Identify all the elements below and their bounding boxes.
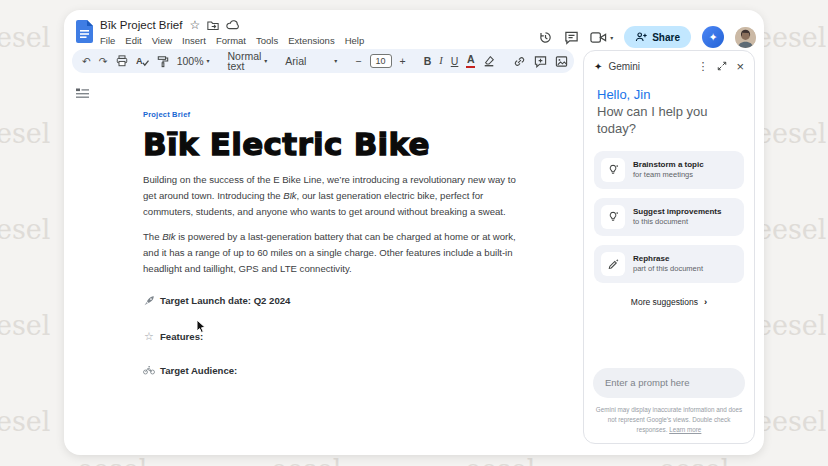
insert-image-icon[interactable]	[555, 55, 568, 68]
watermark-text: eesel	[0, 406, 50, 437]
more-suggestions-label: More suggestions	[631, 297, 698, 307]
section-audience-text: Target Audience:	[160, 365, 237, 376]
star-doc-icon[interactable]: ☆	[189, 19, 200, 31]
text-color-a: A	[467, 54, 475, 65]
section-launch-text: Target Launch date: Q2 2024	[160, 295, 290, 306]
watermark-text: eesel	[0, 214, 50, 245]
document-title[interactable]: Bīk Project Brief	[100, 19, 182, 31]
redo-icon[interactable]: ↷	[99, 56, 108, 67]
gemini-side-panel: ✦ Gemini ⋮ × Hello, Jin How can I help y…	[583, 50, 755, 444]
watermark-text: eesel	[756, 22, 826, 53]
watermark-text: eesel	[0, 118, 50, 149]
share-label: Share	[652, 32, 680, 43]
font-caret-icon: ▾	[334, 58, 337, 64]
more-suggestions-link[interactable]: More suggestions›	[584, 296, 754, 307]
google-docs-window: Bīk Project Brief ☆ File E	[64, 10, 764, 455]
pencil-spark-icon	[601, 252, 625, 276]
gemini-spark-button[interactable]: ✦	[702, 26, 724, 48]
zoom-value: 100%	[177, 56, 204, 67]
chevron-right-icon: ›	[704, 296, 707, 307]
menu-edit[interactable]: Edit	[125, 35, 141, 46]
prompt-input[interactable]	[605, 377, 733, 388]
card-suggest-improvements[interactable]: Suggest improvements to this document	[594, 198, 744, 236]
card-title: Suggest improvements	[633, 206, 721, 217]
gemini-spark-icon: ✦	[594, 61, 602, 72]
decrease-font-button[interactable]: −	[355, 56, 361, 67]
menubar: File Edit View Insert Format Tools Exten…	[100, 35, 364, 46]
rocket-icon	[143, 295, 155, 307]
watermark-text: eesel	[465, 454, 535, 466]
gemini-footer: Gemini may display inaccurate informatio…	[593, 368, 745, 435]
watermark-text: eesel	[0, 22, 50, 53]
underline-button[interactable]: U	[451, 56, 459, 67]
doc-heading: Bīk Electric Bike	[143, 126, 521, 162]
styles-value: Normal text	[228, 51, 262, 72]
card-rephrase[interactable]: Rephrase part of this document	[594, 245, 744, 283]
google-docs-icon	[76, 20, 93, 43]
meet-video-icon[interactable]: ▾	[590, 31, 613, 44]
gemini-menu-icon[interactable]: ⋮	[697, 60, 708, 73]
cloud-status-icon[interactable]	[226, 20, 239, 30]
comments-icon[interactable]	[564, 30, 579, 45]
section-launch-date: Target Launch date: Q2 2024	[143, 295, 521, 307]
menu-file[interactable]: File	[100, 35, 115, 46]
card-subtitle: to this document	[633, 217, 721, 227]
increase-font-button[interactable]: +	[400, 56, 406, 67]
bold-button[interactable]: B	[424, 56, 432, 67]
watermark-text: eesel	[756, 406, 826, 437]
paint-format-icon[interactable]	[157, 55, 169, 68]
zoom-select[interactable]: 100% ▾	[177, 56, 210, 67]
screen: eeseleeseleeseleeseleeseleeseleeseleesel…	[0, 0, 828, 466]
font-select[interactable]: Arial ▾	[285, 56, 337, 67]
svg-text:A: A	[136, 56, 143, 66]
share-button[interactable]: Share	[624, 26, 691, 48]
cyclist-icon	[143, 365, 155, 375]
watermark-text: eesel	[756, 214, 826, 245]
italic-button[interactable]: I	[439, 56, 443, 67]
font-value: Arial	[285, 56, 306, 67]
document-outline-icon[interactable]	[76, 88, 89, 100]
formatting-toolbar: ↶ ↷ A 100% ▾	[72, 49, 574, 73]
spark-icon: ✦	[708, 31, 717, 44]
document-canvas[interactable]: Project Brief Bīk Electric Bike Building…	[143, 110, 521, 376]
watermark-text: eesel	[77, 454, 147, 466]
watermark-text: eesel	[0, 310, 50, 341]
gemini-close-icon[interactable]: ×	[736, 59, 744, 74]
meet-caret-icon[interactable]: ▾	[610, 34, 613, 41]
move-folder-icon[interactable]	[207, 20, 219, 31]
menu-insert[interactable]: Insert	[182, 35, 206, 46]
watermark-text: eesel	[271, 454, 341, 466]
insert-link-icon[interactable]	[513, 55, 526, 68]
menu-help[interactable]: Help	[345, 35, 365, 46]
menu-format[interactable]: Format	[216, 35, 246, 46]
print-icon[interactable]	[116, 55, 128, 67]
lightbulb-icon	[601, 205, 625, 229]
version-history-icon[interactable]	[538, 30, 553, 45]
text-color-button[interactable]: A	[466, 54, 475, 68]
gemini-header: ✦ Gemini ⋮ ×	[584, 51, 754, 77]
menu-view[interactable]: View	[152, 35, 172, 46]
watermark-text: eesel	[756, 310, 826, 341]
doc-paragraph-1: Building on the success of the E Bike Li…	[143, 172, 521, 219]
styles-select[interactable]: Normal text ▾	[228, 51, 268, 72]
card-title: Brainstorm a topic	[633, 159, 704, 170]
suggestion-cards: Brainstorm a topic for team meetings Sug…	[594, 151, 744, 283]
greeting-question: How can I help you today?	[597, 104, 741, 138]
learn-more-link[interactable]: Learn more	[669, 426, 701, 433]
prompt-input-pill[interactable]	[593, 368, 745, 398]
font-size-input[interactable]: 10	[370, 54, 392, 68]
add-comment-icon[interactable]	[534, 55, 547, 68]
card-brainstorm[interactable]: Brainstorm a topic for team meetings	[594, 151, 744, 189]
menu-tools[interactable]: Tools	[256, 35, 278, 46]
card-title: Rephrase	[633, 253, 703, 264]
spellcheck-icon[interactable]: A	[136, 55, 149, 67]
user-avatar[interactable]	[735, 27, 756, 48]
zoom-caret-icon: ▾	[206, 58, 209, 64]
gemini-greeting: Hello, Jin How can I help you today?	[584, 87, 754, 138]
gemini-expand-icon[interactable]	[717, 61, 727, 71]
gemini-disclaimer: Gemini may display inaccurate informatio…	[593, 405, 745, 435]
undo-icon[interactable]: ↶	[82, 56, 91, 67]
menu-extensions[interactable]: Extensions	[288, 35, 334, 46]
highlight-color-icon[interactable]	[483, 55, 495, 67]
section-audience: Target Audience:	[143, 365, 521, 376]
